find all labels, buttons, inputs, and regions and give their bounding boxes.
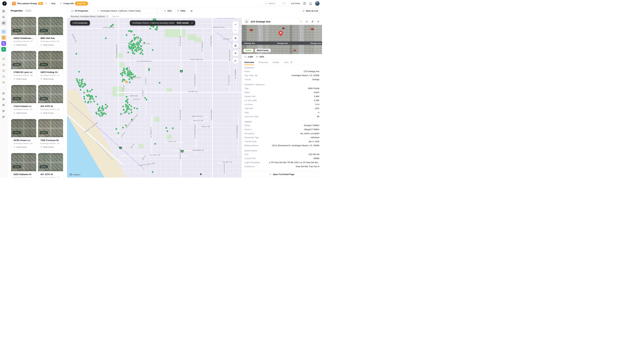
property-dot[interactable] — [84, 101, 86, 103]
property-dot[interactable] — [152, 49, 154, 51]
property-card[interactable]: Activemapbox2225 Alabama StHuntington Be… — [11, 153, 36, 178]
property-dot[interactable] — [155, 28, 156, 30]
org-name[interactable]: The Leeson Group — [17, 2, 37, 5]
property-dot[interactable] — [152, 26, 154, 28]
rail-item-chat-3[interactable] — [1, 103, 6, 108]
property-dot[interactable] — [98, 108, 100, 110]
help-icon[interactable] — [303, 2, 306, 5]
save-as-list-button[interactable]: Save as List — [300, 8, 320, 14]
clear-search-icon[interactable] — [156, 10, 158, 12]
property-dot[interactable] — [102, 109, 104, 111]
property-dot[interactable] — [84, 98, 85, 100]
property-dot[interactable] — [152, 171, 154, 173]
property-card[interactable]: Activemapbox4801 Heil AveHuntington Beac… — [38, 17, 64, 48]
property-card[interactable]: Activemapbox16572 Kellog CirHuntington B… — [38, 51, 64, 82]
property-dot[interactable] — [122, 72, 124, 74]
camera-icon[interactable] — [306, 20, 308, 23]
rail-item-chat-1[interactable] — [1, 91, 6, 96]
property-dot[interactable] — [132, 40, 133, 42]
draw-button[interactable] — [232, 58, 238, 64]
property-dot[interactable] — [134, 38, 136, 40]
property-dot[interactable] — [122, 74, 123, 76]
selected-property-dot[interactable] — [126, 81, 128, 83]
rail-item-saved-board-1[interactable] — [1, 56, 6, 61]
property-dot[interactable] — [99, 115, 101, 117]
breadcrumb-map[interactable]: Map — [51, 2, 56, 5]
property-dot[interactable] — [133, 53, 135, 55]
property-dot[interactable] — [154, 143, 156, 145]
property-dot[interactable] — [127, 52, 129, 53]
property-dot[interactable] — [140, 48, 142, 50]
property-dot[interactable] — [84, 83, 86, 84]
clear-all-link[interactable]: Clear all — [112, 15, 119, 18]
rail-item-saved-board-4[interactable] — [1, 74, 6, 79]
property-card[interactable]: Activemapbox16781 Green LnHuntington Bea… — [11, 119, 36, 150]
rail-item-dashboard[interactable] — [1, 9, 6, 14]
property-dot[interactable] — [131, 76, 133, 78]
rail-item-documents[interactable] — [1, 35, 6, 40]
location-search-input[interactable]: Huntington Beach, California, United Sta… — [95, 8, 160, 14]
property-dot[interactable] — [87, 102, 89, 104]
property-dot[interactable] — [136, 43, 138, 45]
boundary-active-chip[interactable]: Huntington Beach, California boundary ac… — [130, 20, 195, 26]
layers-button[interactable] — [232, 42, 238, 49]
property-dot[interactable] — [137, 47, 138, 49]
property-dot[interactable] — [144, 97, 146, 99]
all-properties-dropdown[interactable]: All Properties — [69, 8, 94, 14]
property-dot[interactable] — [82, 83, 83, 85]
property-dot[interactable] — [166, 130, 168, 132]
notifications-bell-icon[interactable] — [309, 2, 312, 5]
property-dot[interactable] — [98, 113, 100, 115]
property-dot[interactable] — [78, 71, 80, 72]
property-dot[interactable] — [83, 92, 85, 94]
global-search-input[interactable]: Search... ⌘ K — [263, 1, 288, 6]
property-dot[interactable] — [95, 96, 97, 98]
property-card[interactable]: Activemapbox7320 Corsican DrHuntington B… — [38, 119, 64, 150]
property-dot[interactable] — [137, 36, 139, 38]
property-dot[interactable] — [122, 106, 124, 107]
property-dot[interactable] — [146, 98, 148, 100]
property-card[interactable]: Activemapbox410 13Th StHuntington Beach,… — [38, 85, 64, 116]
property-dot[interactable] — [126, 67, 128, 69]
tab-links[interactable]: Links2 — [284, 61, 293, 65]
property-dot[interactable] — [89, 98, 91, 100]
locate-button[interactable] — [232, 35, 238, 41]
property-dot[interactable] — [165, 127, 167, 129]
property-dot[interactable] — [128, 30, 130, 32]
property-dot[interactable] — [105, 107, 107, 109]
property-dot[interactable] — [93, 100, 95, 102]
property-dot[interactable] — [118, 132, 119, 134]
property-dot[interactable] — [159, 82, 160, 84]
property-dot[interactable] — [132, 73, 134, 75]
property-dot[interactable] — [126, 74, 128, 76]
property-dot[interactable] — [124, 71, 126, 73]
property-dot[interactable] — [129, 81, 131, 83]
tab-overview[interactable]: Overview — [244, 61, 254, 65]
property-dot[interactable] — [149, 28, 151, 30]
copy-link-icon[interactable] — [311, 20, 314, 23]
property-dot[interactable] — [152, 18, 154, 20]
property-dot[interactable] — [96, 103, 98, 105]
ai-sparkle-icon[interactable] — [300, 20, 302, 23]
property-dot[interactable] — [80, 89, 82, 91]
rail-item-deals[interactable] — [1, 47, 6, 52]
property-dot[interactable] — [90, 101, 92, 103]
property-dot[interactable] — [125, 100, 127, 102]
filter-button[interactable]: Filter — [175, 8, 188, 14]
close-panel-icon[interactable] — [317, 20, 320, 23]
property-dot[interactable] — [95, 112, 97, 113]
property-dot[interactable] — [134, 107, 135, 109]
rail-item-saved-board-3[interactable] — [1, 68, 6, 73]
property-dot[interactable] — [133, 44, 134, 46]
org-switcher-icon[interactable] — [45, 2, 48, 5]
property-dot[interactable] — [105, 37, 107, 39]
rail-item-chat-2[interactable] — [1, 97, 6, 102]
property-dot[interactable] — [116, 128, 117, 130]
property-dot[interactable] — [131, 50, 133, 52]
property-dot[interactable] — [82, 78, 83, 80]
property-dot[interactable] — [101, 107, 103, 109]
property-dot[interactable] — [120, 113, 122, 115]
remove-boundary-icon[interactable]: ✕ — [106, 15, 108, 18]
property-dot[interactable] — [86, 90, 88, 91]
property-dot[interactable] — [89, 90, 91, 92]
